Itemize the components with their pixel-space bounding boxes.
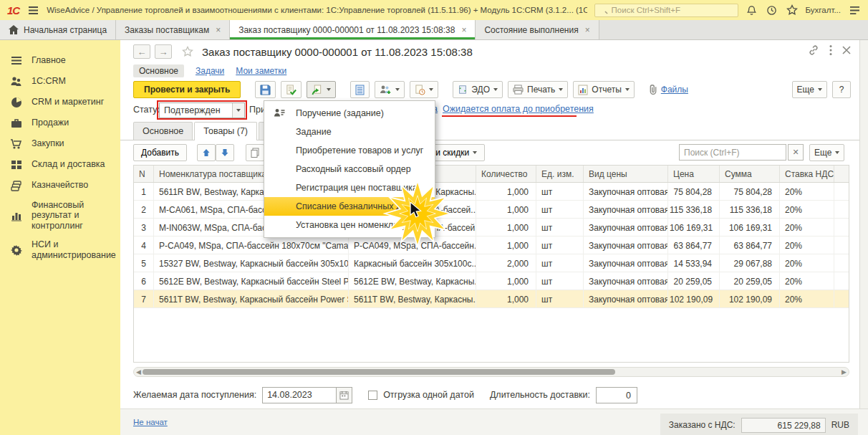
current-user[interactable]: Бухгалт...: [806, 6, 841, 14]
sidebar-item-0[interactable]: Главное: [0, 50, 120, 71]
calendar-icon[interactable]: [337, 387, 352, 403]
clear-search-button[interactable]: ✕: [788, 144, 804, 161]
window-tab-0[interactable]: Начальная страница: [0, 20, 116, 39]
menu-item-5[interactable]: Списание безналичных ДС: [264, 197, 435, 216]
edo-button[interactable]: ЭДО: [453, 81, 503, 98]
horizontal-scrollbar[interactable]: ◀ ▶: [133, 367, 849, 377]
col-header-price-type[interactable]: Вид цены: [584, 166, 668, 182]
favorites-star-icon[interactable]: [786, 4, 799, 16]
execution-state-link[interactable]: Не начат: [133, 418, 168, 426]
single-date-checkbox[interactable]: [368, 391, 377, 400]
col-header-vat[interactable]: Ставка НДС: [780, 166, 834, 182]
post-and-close-button[interactable]: Провести и закрыть: [133, 81, 241, 98]
table-row[interactable]: 3M-IN063W, MSpa, СПА-бассейн...M-IN063W,…: [134, 219, 849, 236]
table-row[interactable]: 15611R BW, Bestway, Каркасный бассейн...…: [134, 183, 849, 201]
menu-item-4[interactable]: Регистрация цен поставщика: [264, 178, 435, 197]
help-button[interactable]: ?: [832, 81, 851, 98]
notifications-bell-icon[interactable]: [746, 4, 758, 16]
status-select[interactable]: Подтвержден: [159, 102, 245, 118]
link-icon[interactable]: [808, 44, 819, 56]
save-button[interactable]: [255, 81, 276, 98]
chevron-down-icon: [818, 88, 822, 91]
status-dropdown-button[interactable]: [232, 103, 244, 118]
menu-item-0[interactable]: Поручение (задание): [264, 104, 435, 123]
more-button[interactable]: Еще: [792, 81, 827, 98]
scroll-left-arrow[interactable]: ◀: [136, 368, 141, 376]
scrollbar-thumb[interactable]: [143, 369, 615, 375]
doc-tab-0[interactable]: Основное: [133, 122, 193, 140]
close-tab-icon[interactable]: ×: [216, 25, 221, 35]
sidebar-item-5[interactable]: Склад и доставка: [0, 154, 120, 175]
nav-tasks[interactable]: Задачи: [196, 66, 224, 76]
back-button[interactable]: ←: [133, 44, 150, 59]
post-button[interactable]: [281, 81, 302, 98]
footer-fields: Желаемая дата поступления: 14.08.2023 От…: [120, 383, 868, 407]
menu-item-2[interactable]: Приобретение товаров и услуг: [264, 141, 435, 160]
reports-button[interactable]: Отчеты: [573, 81, 634, 98]
move-down-button[interactable]: [216, 144, 234, 161]
total-value: 615 229,88: [741, 418, 826, 433]
register-records-button[interactable]: [350, 81, 370, 98]
cell-unit: шт: [536, 219, 584, 236]
sidebar-item-6[interactable]: Казначейство: [0, 175, 120, 196]
create-based-on-button[interactable]: [307, 81, 336, 98]
user-menu-icon[interactable]: [848, 4, 861, 16]
print-button[interactable]: Печать: [508, 81, 568, 98]
add-row-button[interactable]: Добавить: [133, 144, 187, 161]
desired-date-input[interactable]: 14.08.2023: [262, 387, 337, 403]
table-row[interactable]: 2M-CA061, MSpa, СПА-бассейн...M-CA061, M…: [134, 201, 849, 219]
delivery-duration-input[interactable]: 0: [596, 387, 637, 403]
post-document-icon: [286, 85, 296, 95]
document-journal-button[interactable]: [410, 81, 438, 98]
window-tab-2[interactable]: Заказ поставщику 0000-000001 от 11.08.20…: [230, 20, 476, 39]
col-header-sum[interactable]: Сумма: [720, 166, 780, 182]
sidebar-item-4[interactable]: Закупки: [0, 133, 120, 154]
global-search-input[interactable]: [612, 6, 733, 14]
close-form-icon[interactable]: [842, 46, 851, 54]
table-header-row: NНоменклатура поставщикаНоменклатураКоли…: [134, 166, 849, 183]
sidebar-item-2[interactable]: CRM и маркетинг: [0, 92, 120, 113]
sidebar-item-1[interactable]: 1С:CRM: [0, 71, 120, 92]
table-row[interactable]: 515327 BW, Bestway, Каркасный бассейн 30…: [134, 254, 849, 272]
table-more-button[interactable]: Еще: [809, 144, 844, 161]
window-tab-label: Состояние выполнения: [484, 25, 578, 35]
sidebar-item-7[interactable]: Финансовый результат и контроллинг: [0, 196, 120, 235]
favorite-star-icon[interactable]: [182, 46, 193, 57]
global-search[interactable]: [594, 4, 738, 17]
doc-tab-1[interactable]: Товары (7): [194, 122, 257, 140]
payment-state-link[interactable]: Ожидается оплата до приобретения: [443, 104, 594, 114]
col-header-unit[interactable]: Ед. изм.: [536, 166, 584, 182]
forward-button[interactable]: →: [155, 44, 172, 59]
history-icon[interactable]: [766, 4, 778, 16]
close-tab-icon[interactable]: ×: [585, 25, 590, 35]
nav-main[interactable]: Основное: [133, 64, 184, 77]
window-tab-1[interactable]: Заказы поставщикам×: [116, 20, 230, 39]
sidebar-item-8[interactable]: НСИ и администрирование: [0, 235, 120, 264]
table-row[interactable]: 65612E BW, Bestway, Каркасный бассейн St…: [134, 272, 849, 290]
window-tab-3[interactable]: Состояние выполнения×: [476, 20, 599, 39]
move-up-button[interactable]: [197, 144, 216, 161]
kebab-menu-icon[interactable]: [829, 44, 832, 56]
menu-item-6[interactable]: Установка цен номенклатуры: [264, 216, 435, 234]
scroll-right-arrow[interactable]: ▶: [842, 368, 847, 376]
sidebar-item-3[interactable]: Продажи: [0, 113, 120, 133]
table-search-input[interactable]: [684, 148, 781, 158]
copy-row-button[interactable]: [246, 144, 264, 161]
cell-unit: шт: [536, 236, 584, 254]
cell-unit: шт: [536, 290, 584, 307]
menu-item-1[interactable]: Задание: [264, 123, 435, 141]
close-tab-icon[interactable]: ×: [461, 25, 466, 35]
cell-n: 7: [134, 290, 154, 307]
files-link[interactable]: Файлы: [649, 85, 688, 95]
main-menu-icon[interactable]: [26, 4, 39, 16]
table-row[interactable]: 75611T BW, Bestway, Каркасный бассейн Po…: [134, 290, 849, 308]
table-row[interactable]: 4P-CA049, MSpa, СПА-бассейн 180х70см "Ca…: [134, 236, 849, 254]
cell-vat: 20%: [780, 254, 834, 272]
nav-notes[interactable]: Мои заметки: [236, 66, 286, 76]
menu-item-3[interactable]: Расходный кассовый ордер: [264, 160, 435, 178]
table-search[interactable]: [679, 144, 786, 161]
col-header-qty[interactable]: Количество: [476, 166, 536, 182]
col-header-n[interactable]: N: [134, 166, 154, 182]
col-header-price[interactable]: Цена: [668, 166, 720, 182]
create-task-button[interactable]: [375, 81, 405, 98]
